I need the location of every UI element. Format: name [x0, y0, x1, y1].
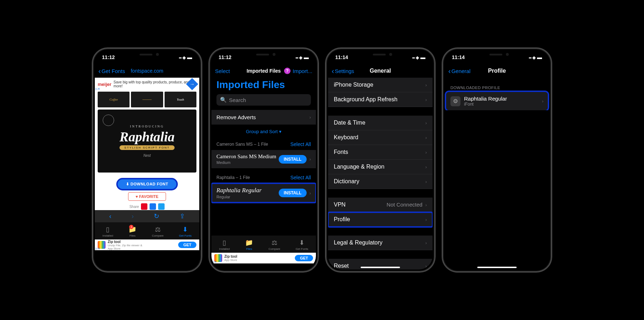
scale-icon: ⚖ [272, 239, 277, 247]
cell-language-region[interactable]: Language & Region› [328, 160, 433, 174]
back-button[interactable]: ‹General [448, 67, 470, 75]
status-icons [529, 54, 542, 60]
home-indicator[interactable] [361, 267, 400, 268]
hero-font-name: Raphtalia [119, 129, 175, 145]
tab-bar: ▯Installed 📁Files ⚖Compare ⬇Get Fonts [211, 236, 316, 253]
cell-dictionary[interactable]: Dictionary› [328, 174, 433, 189]
home-indicator[interactable] [244, 267, 283, 268]
chevron-right-icon: › [425, 263, 427, 269]
chevron-right-icon: › [425, 120, 427, 126]
nav-bar: ‹Settings General [328, 64, 433, 78]
chevron-right-icon: › [542, 98, 543, 104]
time: 11:12 [102, 54, 115, 60]
profile-row-raphtalia[interactable]: ⚙ Raphtalia RegulariFont › [446, 92, 548, 110]
get-button[interactable]: GET [178, 242, 196, 248]
phone-icon: ▯ [223, 239, 226, 247]
hero-author: Nest [143, 154, 151, 157]
tab-installed[interactable]: ▯Installed [219, 239, 230, 251]
font-name: Cameron Sans MS Medium [216, 154, 276, 160]
notch [353, 50, 407, 59]
home-indicator[interactable] [477, 267, 517, 268]
import-button[interactable]: ?Import... [284, 68, 312, 74]
chevron-right-icon: › [309, 156, 311, 162]
tab-bar: ▯Installed 1📁Files ⚖Compare ⬇Get Fonts [95, 222, 199, 239]
download-font-button[interactable]: ⬇ DOWNLOAD FONT [117, 179, 177, 189]
status-icons [412, 54, 425, 60]
ad-brand: meijer [98, 82, 111, 87]
browser-forward-icon: › [132, 213, 134, 220]
twitter-icon[interactable] [158, 203, 165, 210]
select-all-link[interactable]: Select All [290, 175, 311, 180]
tab-files[interactable]: 📁Files [245, 239, 253, 251]
hero: INTRODUCING Raphtalia STYLISH SCRIPT FON… [95, 110, 199, 175]
ad-title: Zip tool [224, 254, 237, 258]
group-header-2: Raphtalia – 1 FileSelect All [211, 172, 316, 183]
cell-legal[interactable]: Legal & Regulatory› [328, 236, 433, 250]
chevron-right-icon: › [425, 164, 427, 170]
browser-share-icon[interactable]: ⇪ [180, 212, 185, 220]
tab-compare[interactable]: ⚖Compare [152, 226, 164, 237]
cell-background-refresh[interactable]: Background App Refresh› [328, 92, 433, 107]
facebook-icon[interactable] [150, 203, 156, 210]
ad-store: App Store [224, 258, 237, 262]
phone-2: 11:12 Select Imported Files ?Import... I… [209, 48, 319, 272]
cell-date-time[interactable]: Date & Time› [328, 116, 433, 130]
tab-installed[interactable]: ▯Installed [103, 226, 113, 237]
install-button[interactable]: INSTALL [279, 155, 307, 164]
tab-compare[interactable]: ⚖Compare [268, 239, 280, 251]
download-icon: ⬇ [299, 239, 304, 247]
thumb-2[interactable]: ──── [131, 92, 163, 107]
cell-iphone-storage[interactable]: iPhone Storage› [328, 78, 433, 92]
scale-icon: ⚖ [155, 226, 161, 233]
pinterest-icon[interactable] [141, 203, 147, 210]
chevron-right-icon: › [425, 150, 427, 155]
back-button[interactable]: ‹Settings [332, 67, 354, 75]
search-input[interactable]: 🔍Search [216, 94, 311, 106]
select-all-link[interactable]: Select All [290, 141, 311, 147]
font-row-cameron[interactable]: Cameron Sans MS MediumMedium INSTALL› [211, 150, 316, 168]
cell-keyboard[interactable]: Keyboard› [328, 130, 433, 145]
cell-vpn[interactable]: VPNNot Connected› [328, 198, 433, 212]
time: 11:14 [452, 54, 465, 60]
adchoices-icon: ▷✕ [96, 87, 100, 91]
bottom-ad[interactable]: ▷✕ Zip toolApp Store GET [211, 253, 316, 263]
browser-reload-icon[interactable]: ↻ [154, 212, 159, 220]
section-header: DOWNLOADED PROFILE [445, 78, 549, 92]
thumbnail-row: Coffee ──── Youth [95, 91, 199, 110]
share-row: Share [95, 203, 199, 210]
page-title: Imported Files [211, 78, 316, 94]
thumb-coffee[interactable]: Coffee [98, 92, 130, 107]
thumb-youth[interactable]: Youth [165, 92, 196, 107]
help-icon[interactable]: ? [284, 68, 291, 74]
cell-profile[interactable]: Profile› [328, 212, 433, 227]
remove-adverts-cell[interactable]: Remove Adverts› [211, 110, 316, 125]
home-indicator[interactable] [127, 267, 167, 268]
select-button[interactable]: Select [215, 68, 230, 74]
opentype-badge-icon [103, 115, 114, 126]
share-label: Share [130, 205, 139, 209]
font-row-raphtalia[interactable]: Raphtalia RegularRegular INSTALL› [211, 183, 316, 203]
phone-icon: ▯ [106, 226, 109, 233]
bottom-ad[interactable]: ▷✕ Zip toolUnzip File. Zip file viewer &… [95, 239, 199, 250]
favorite-button[interactable]: ♥ FAVORITE [128, 192, 166, 201]
tab-get-fonts[interactable]: ⬇Get Fonts [179, 226, 191, 237]
ad-banner[interactable]: ▷✕ meijer Save big with top quality prod… [95, 78, 199, 91]
group-sort-link[interactable]: Group and Sort ▾ [211, 125, 316, 139]
search-icon: 🔍 [220, 97, 227, 103]
profile-name: Raphtalia Regular [464, 96, 538, 102]
chevron-right-icon: › [425, 82, 427, 88]
back-button[interactable]: ‹Get Fonts [98, 67, 125, 75]
badge: 1 [129, 225, 133, 229]
group-header-1: Cameron Sans MS – 1 FileSelect All [211, 139, 316, 150]
cell-fonts[interactable]: Fonts› [328, 145, 433, 160]
install-button[interactable]: INSTALL [279, 189, 307, 197]
tab-get-fonts[interactable]: ⬇Get Fonts [296, 239, 308, 251]
notch [237, 50, 291, 59]
hero-card: INTRODUCING Raphtalia STYLISH SCRIPT FON… [98, 110, 196, 173]
adchoices-icon: ▷✕ [96, 247, 100, 250]
browser-back-icon[interactable]: ‹ [109, 213, 111, 220]
time: 11:14 [335, 54, 348, 60]
tab-files[interactable]: 1📁Files [128, 226, 136, 237]
ad-text: Save big with top quality products, prod… [113, 80, 196, 88]
get-button[interactable]: GET [295, 255, 313, 261]
